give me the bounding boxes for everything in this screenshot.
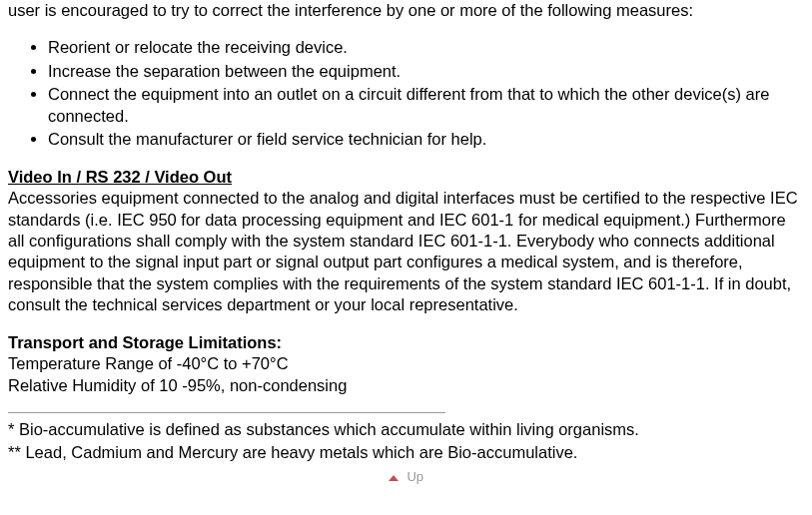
back-link[interactable]: Up xyxy=(8,466,804,487)
up-arrow-icon xyxy=(389,475,399,481)
transport-humidity: Relative Humidity of 10 -95%, non-conden… xyxy=(8,375,804,396)
transport-temperature: Temperature Range of -40°C to +70°C xyxy=(8,353,804,374)
section-body-video: Accessories equipment connected to the a… xyxy=(8,188,804,316)
back-link-label: Up xyxy=(406,469,423,484)
divider xyxy=(8,412,445,413)
footnote-1: * Bio-accumulative is defined as substan… xyxy=(8,419,804,440)
section-title-video: Video In / RS 232 / Video Out xyxy=(8,167,804,188)
section-title-transport: Transport and Storage Limitations: xyxy=(8,332,804,353)
list-item: Connect the equipment into an outlet on … xyxy=(48,84,804,127)
list-item: Increase the separation between the equi… xyxy=(48,61,804,82)
list-item: Consult the manufacturer or field servic… xyxy=(48,129,804,150)
measures-list: Reorient or relocate the receiving devic… xyxy=(8,37,804,150)
list-item: Reorient or relocate the receiving devic… xyxy=(48,37,804,58)
intro-text: user is encouraged to try to correct the… xyxy=(8,0,804,21)
footnote-2: ** Lead, Cadmium and Mercury are heavy m… xyxy=(8,442,804,463)
